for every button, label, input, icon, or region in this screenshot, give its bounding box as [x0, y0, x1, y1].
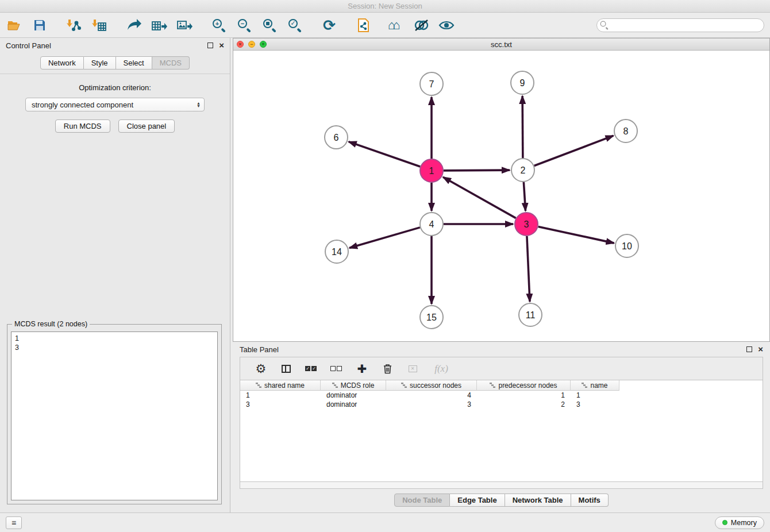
table-cell[interactable]: 1	[477, 391, 571, 400]
column-header-name[interactable]: name	[571, 380, 619, 391]
network-window-titlebar: scc.txt × − +	[233, 38, 769, 51]
zoom-window-icon[interactable]: +	[260, 41, 267, 48]
table-row[interactable]: 1dominator411	[240, 391, 763, 400]
edge-2-9[interactable]	[522, 96, 523, 158]
graph-node-6[interactable]: 6	[325, 126, 348, 149]
graph-node-2[interactable]: 2	[511, 159, 534, 182]
zoom-selected-icon[interactable]: ✓	[286, 17, 303, 34]
column-header-label: name	[590, 381, 607, 390]
sort-icon	[582, 381, 587, 390]
edge-3-1[interactable]	[443, 177, 516, 218]
open-file-icon[interactable]	[6, 17, 23, 34]
sort-icon	[490, 381, 495, 390]
column-header-successor-nodes[interactable]: successor nodes	[386, 380, 477, 391]
column-layout-icon[interactable]	[279, 362, 293, 376]
search-input[interactable]	[596, 18, 764, 32]
delete-table-icon[interactable]: ✕	[406, 362, 419, 376]
table-cell[interactable]: 1	[240, 391, 321, 400]
home-icon[interactable]: ⌂⌂	[380, 17, 405, 34]
close-window-icon[interactable]: ×	[237, 41, 244, 48]
hide-panels-icon[interactable]	[413, 17, 430, 34]
control-panel-title: Control Panel	[6, 41, 51, 50]
graph-node-1[interactable]: 1	[420, 159, 443, 182]
refresh-icon[interactable]: ⟳	[321, 17, 338, 34]
graph-node-3[interactable]: 3	[515, 213, 538, 236]
network-canvas[interactable]: 7968124314101511	[233, 51, 769, 341]
tab-network-table[interactable]: Network Table	[505, 494, 571, 507]
minimize-window-icon[interactable]: −	[248, 41, 255, 48]
table-cell[interactable]: dominator	[321, 400, 386, 409]
graph-node-14[interactable]: 14	[325, 240, 348, 263]
graph-node-4[interactable]: 4	[420, 213, 443, 236]
zoom-out-icon[interactable]: −	[236, 17, 253, 34]
show-eye-icon[interactable]	[438, 17, 455, 34]
node-table-body: 1dominator4113dominator323	[240, 391, 763, 409]
tab-select[interactable]: Select	[116, 56, 152, 70]
task-history-icon[interactable]: ≡	[6, 516, 22, 529]
tab-mcds[interactable]: MCDS	[152, 56, 190, 70]
control-panel-tabs: NetworkStyleSelectMCDS	[0, 56, 230, 70]
tab-node-table[interactable]: Node Table	[394, 494, 450, 507]
close-panel-button[interactable]: Close panel	[118, 119, 175, 133]
deselect-all-icon[interactable]	[330, 362, 344, 376]
network-window-title: scc.txt	[233, 40, 769, 49]
run-mcds-button[interactable]: Run MCDS	[55, 119, 110, 133]
zoom-in-icon[interactable]: +	[210, 17, 228, 34]
optimization-criterion-label: Optimization criterion:	[0, 83, 230, 92]
export-table-icon[interactable]	[151, 17, 168, 34]
memory-button[interactable]: Memory	[715, 516, 764, 529]
add-column-icon[interactable]: ✚	[355, 362, 369, 376]
column-header-mcds-role[interactable]: MCDS role	[321, 380, 386, 391]
edge-2-3[interactable]	[523, 182, 525, 211]
tab-motifs[interactable]: Motifs	[571, 494, 609, 507]
table-cell[interactable]: dominator	[321, 391, 386, 400]
tab-edge-table[interactable]: Edge Table	[450, 494, 505, 507]
table-cell[interactable]: 1	[571, 391, 619, 400]
edge-4-14[interactable]	[349, 228, 420, 248]
graph-node-10[interactable]: 10	[615, 234, 638, 257]
float-panel-icon[interactable]	[207, 43, 213, 48]
save-session-icon[interactable]	[31, 17, 48, 34]
function-builder-icon[interactable]: f(x)	[431, 362, 452, 376]
table-cell[interactable]: 3	[571, 400, 619, 409]
edge-1-6[interactable]	[349, 142, 420, 167]
settings-gear-icon[interactable]: ⚙	[254, 362, 268, 376]
tab-network[interactable]: Network	[40, 56, 84, 70]
delete-column-icon[interactable]	[380, 362, 394, 376]
graph-node-15[interactable]: 15	[420, 306, 443, 329]
tab-style[interactable]: Style	[84, 56, 116, 70]
export-image-icon[interactable]	[176, 17, 193, 34]
svg-text:7: 7	[429, 79, 434, 89]
column-header-label: successor nodes	[410, 381, 461, 390]
float-table-panel-icon[interactable]	[746, 346, 752, 352]
select-all-icon[interactable]: ✓✓	[305, 362, 318, 376]
optimization-criterion-select[interactable]: strongly connected component ▲▼	[25, 98, 205, 111]
table-cell[interactable]: 3	[240, 400, 321, 409]
network-document-icon[interactable]	[355, 17, 372, 34]
column-header-predecessor-nodes[interactable]: predecessor nodes	[477, 380, 571, 391]
column-header-shared-name[interactable]: shared name	[240, 380, 321, 391]
zoom-fit-icon[interactable]	[261, 17, 278, 34]
graph-node-9[interactable]: 9	[511, 71, 534, 94]
edge-3-10[interactable]	[538, 226, 614, 243]
close-table-panel-icon[interactable]: ×	[758, 346, 763, 352]
memory-status-icon	[722, 520, 727, 525]
new-network-icon[interactable]	[125, 17, 143, 34]
graph-node-11[interactable]: 11	[519, 303, 542, 326]
import-network-icon[interactable]	[66, 17, 83, 34]
import-table-icon[interactable]	[91, 17, 108, 34]
graph-node-7[interactable]: 7	[420, 72, 443, 95]
network-view-window: scc.txt × − + 7968124314101511	[233, 38, 770, 342]
edge-2-8[interactable]	[534, 136, 614, 165]
table-cell[interactable]: 3	[386, 400, 477, 409]
graph-node-8[interactable]: 8	[614, 119, 637, 142]
close-panel-icon[interactable]: ×	[219, 43, 224, 48]
edge-1-2[interactable]	[444, 170, 510, 171]
table-cell[interactable]: 4	[386, 391, 477, 400]
table-row[interactable]: 3dominator323	[240, 400, 763, 409]
edge-3-11[interactable]	[527, 236, 530, 302]
table-horizontal-scrollbar[interactable]	[240, 482, 763, 489]
table-cell[interactable]: 2	[477, 400, 571, 409]
svg-text:3: 3	[524, 219, 529, 229]
mcds-result-list[interactable]: 13	[11, 331, 218, 500]
